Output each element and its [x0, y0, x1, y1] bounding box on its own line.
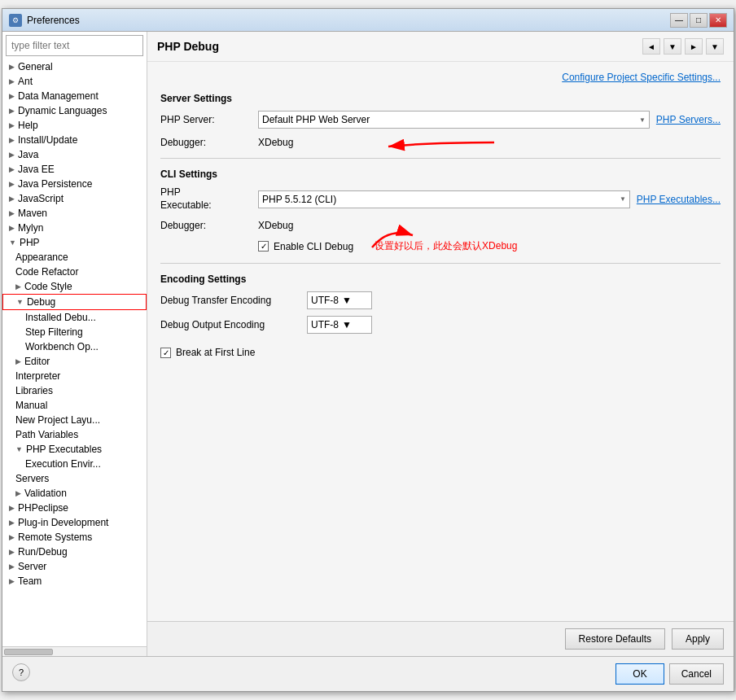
filter-input[interactable]	[6, 35, 143, 56]
enable-cli-label: Enable CLI Debug	[274, 241, 353, 252]
tree-container[interactable]: ▶ General ▶ Ant ▶ Data Management ▶ Dyna…	[2, 59, 147, 646]
break-at-first-line-checkbox[interactable]	[160, 348, 171, 358]
back-dropdown-button[interactable]: ▼	[664, 38, 681, 55]
encoding-settings-section: Encoding Settings Debug Transfer Encodin…	[160, 273, 721, 334]
sidebar-item-debug[interactable]: ▼ Debug	[2, 294, 147, 310]
sidebar-item-libraries[interactable]: Libraries	[2, 383, 147, 398]
sidebar-item-installed-debug[interactable]: Installed Debu...	[2, 310, 147, 325]
sidebar-item-data-management[interactable]: ▶ Data Management	[2, 89, 147, 103]
forward-button[interactable]: ►	[685, 38, 703, 55]
php-server-row: PHP Server: Default PHP Web Server ▼ PHP…	[160, 111, 721, 129]
sidebar-item-java-persistence[interactable]: ▶ Java Persistence	[2, 177, 147, 191]
sidebar-item-plugin-dev[interactable]: ▶ Plug-in Development	[2, 515, 147, 530]
php-executable-row: PHPExecutable: PHP 5.5.12 (CLI) ▼ PHP Ex…	[160, 186, 721, 212]
php-server-dropdown[interactable]: Default PHP Web Server ▼	[258, 111, 650, 129]
debug-output-encoding-dropdown[interactable]: UTF-8 ▼	[307, 316, 372, 334]
sidebar-item-java[interactable]: ▶ Java	[2, 147, 147, 162]
cli-debugger-value: XDebug	[258, 220, 293, 231]
sidebar-item-label: Interpreter	[15, 370, 60, 382]
sidebar-item-label: Run/Debug	[18, 546, 68, 558]
debug-output-encoding-label: Debug Output Encoding	[160, 319, 307, 330]
sidebar-item-servers[interactable]: Servers	[2, 471, 147, 486]
restore-defaults-button[interactable]: Restore Defaults	[565, 628, 665, 650]
sidebar-item-editor[interactable]: ▶ Editor	[2, 354, 147, 369]
sidebar-item-new-project[interactable]: New Project Layu...	[2, 413, 147, 427]
minimize-button[interactable]: —	[670, 13, 688, 28]
sidebar-item-manual[interactable]: Manual	[2, 398, 147, 413]
server-settings-section: Server Settings PHP Server: Default PHP …	[160, 93, 721, 148]
sidebar-item-interpreter[interactable]: Interpreter	[2, 369, 147, 383]
back-button[interactable]: ◄	[642, 38, 660, 55]
sidebar-item-label: Mylyn	[18, 222, 43, 234]
sidebar-item-step-filtering[interactable]: Step Filtering	[2, 325, 147, 339]
sidebar-item-javascript[interactable]: ▶ JavaScript	[2, 191, 147, 206]
dropdown-arrow-icon: ▼	[342, 295, 352, 306]
help-button[interactable]: ?	[12, 663, 30, 681]
break-at-first-line-label: Break at First Line	[176, 347, 255, 358]
sidebar-item-label: Appearance	[15, 252, 68, 263]
maximize-button[interactable]: □	[690, 13, 708, 28]
cli-settings-title: CLI Settings	[160, 168, 721, 180]
cancel-button[interactable]: Cancel	[669, 663, 724, 685]
sidebar-item-label: Server	[18, 561, 46, 572]
sidebar-item-dynamic-languages[interactable]: ▶ Dynamic Languages	[2, 103, 147, 118]
sidebar-item-maven[interactable]: ▶ Maven	[2, 206, 147, 221]
sidebar-item-general[interactable]: ▶ General	[2, 59, 147, 74]
expand-arrow: ▶	[9, 63, 15, 71]
sidebar: ▶ General ▶ Ant ▶ Data Management ▶ Dyna…	[2, 32, 147, 656]
expand-arrow: ▶	[9, 562, 15, 571]
debug-output-encoding-row: Debug Output Encoding UTF-8 ▼	[160, 316, 721, 334]
sidebar-item-java-ee[interactable]: ▶ Java EE	[2, 162, 147, 177]
sidebar-item-workbench-op[interactable]: Workbench Op...	[2, 339, 147, 354]
encoding-settings-title: Encoding Settings	[160, 273, 721, 285]
sidebar-item-phpeclipse[interactable]: ▶ PHPeclipse	[2, 501, 147, 515]
enable-cli-checkbox[interactable]	[258, 241, 269, 252]
sidebar-item-run-debug[interactable]: ▶ Run/Debug	[2, 545, 147, 559]
expand-arrow: ▶	[9, 180, 15, 188]
cli-debugger-row: Debugger: XDebug	[160, 220, 721, 231]
sidebar-item-code-refactor[interactable]: Code Refactor	[2, 265, 147, 279]
sidebar-item-code-style[interactable]: ▶ Code Style	[2, 279, 147, 294]
debug-transfer-encoding-dropdown[interactable]: UTF-8 ▼	[307, 291, 372, 309]
sidebar-item-execution-envir[interactable]: Execution Envir...	[2, 457, 147, 471]
sidebar-item-validation[interactable]: ▶ Validation	[2, 486, 147, 501]
sidebar-item-remote-systems[interactable]: ▶ Remote Systems	[2, 530, 147, 545]
close-button[interactable]: ✕	[709, 13, 727, 28]
dropdown-arrow-icon: ▼	[620, 195, 626, 203]
apply-button[interactable]: Apply	[672, 628, 724, 650]
php-executables-link[interactable]: PHP Executables...	[637, 194, 721, 205]
sidebar-item-label: Path Variables	[15, 429, 78, 440]
ok-button[interactable]: OK	[616, 663, 664, 685]
expand-arrow: ▶	[9, 504, 15, 512]
sidebar-item-label: Dynamic Languages	[18, 105, 107, 116]
config-project-link[interactable]: Configure Project Specific Settings...	[160, 72, 721, 83]
sidebar-item-mylyn[interactable]: ▶ Mylyn	[2, 221, 147, 235]
sidebar-item-server[interactable]: ▶ Server	[2, 559, 147, 574]
sidebar-item-label: Java	[18, 149, 38, 160]
sidebar-item-help[interactable]: ▶ Help	[2, 118, 147, 133]
php-executable-dropdown[interactable]: PHP 5.5.12 (CLI) ▼	[258, 190, 630, 208]
sidebar-item-label: Manual	[15, 400, 47, 411]
expand-arrow: ▶	[9, 77, 15, 85]
php-servers-link[interactable]: PHP Servers...	[656, 114, 721, 125]
sidebar-item-path-variables[interactable]: Path Variables	[2, 427, 147, 442]
sidebar-item-label: Editor	[24, 356, 50, 367]
forward-dropdown-button[interactable]: ▼	[706, 38, 724, 55]
panel-content: Configure Project Specific Settings... S…	[147, 62, 734, 621]
sidebar-item-team[interactable]: ▶ Team	[2, 574, 147, 588]
enable-cli-checkbox-row: Enable CLI Debug 设置好以后，此处会默认XDe	[258, 239, 721, 253]
sidebar-item-ant[interactable]: ▶ Ant	[2, 74, 147, 89]
bottom-bar: Restore Defaults Apply	[147, 621, 734, 656]
main-content: ▶ General ▶ Ant ▶ Data Management ▶ Dyna…	[2, 32, 734, 656]
expand-arrow: ▶	[9, 151, 15, 159]
sidebar-item-php-executables[interactable]: ▼ PHP Executables	[2, 442, 147, 457]
expand-arrow: ▶	[15, 489, 21, 497]
sidebar-item-label: Team	[18, 575, 42, 587]
sidebar-item-label: Java EE	[18, 164, 55, 175]
sidebar-item-install-update[interactable]: ▶ Install/Update	[2, 133, 147, 147]
sidebar-item-appearance[interactable]: Appearance	[2, 250, 147, 265]
sidebar-scrollbar[interactable]	[2, 646, 147, 656]
sidebar-item-php[interactable]: ▼ PHP	[2, 235, 147, 250]
expand-arrow: ▶	[9, 107, 15, 115]
encoding-value: UTF-8	[311, 319, 339, 330]
